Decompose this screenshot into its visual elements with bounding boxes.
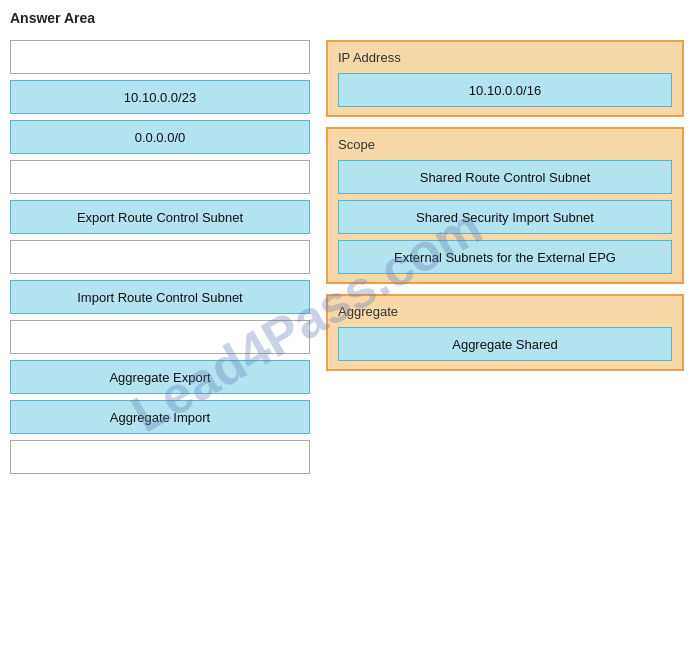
- item-external-subnets[interactable]: External Subnets for the External EPG: [338, 240, 672, 274]
- empty-box-mid: [10, 160, 310, 194]
- item-shared-route[interactable]: Shared Route Control Subnet: [338, 160, 672, 194]
- item-shared-security[interactable]: Shared Security Import Subnet: [338, 200, 672, 234]
- item-agg-export[interactable]: Aggregate Export: [10, 360, 310, 394]
- item-export-route[interactable]: Export Route Control Subnet: [10, 200, 310, 234]
- item-agg-shared[interactable]: Aggregate Shared: [338, 327, 672, 361]
- item-agg-import[interactable]: Aggregate Import: [10, 400, 310, 434]
- aggregate-label: Aggregate: [338, 304, 672, 319]
- ip-address-label: IP Address: [338, 50, 672, 65]
- answer-area: 10.10.0.0/23 0.0.0.0/0 Export Route Cont…: [10, 40, 684, 474]
- right-column: IP Address 10.10.0.0/16 Scope Shared Rou…: [326, 40, 684, 371]
- aggregate-group: Aggregate Aggregate Shared: [326, 294, 684, 371]
- scope-group: Scope Shared Route Control Subnet Shared…: [326, 127, 684, 284]
- left-column: 10.10.0.0/23 0.0.0.0/0 Export Route Cont…: [10, 40, 310, 474]
- item-ip-0[interactable]: 0.0.0.0/0: [10, 120, 310, 154]
- item-ip-23[interactable]: 10.10.0.0/23: [10, 80, 310, 114]
- empty-box-top: [10, 40, 310, 74]
- item-ip-16[interactable]: 10.10.0.0/16: [338, 73, 672, 107]
- ip-address-group: IP Address 10.10.0.0/16: [326, 40, 684, 117]
- page-title: Answer Area: [10, 10, 684, 26]
- empty-box-mid2: [10, 240, 310, 274]
- scope-label: Scope: [338, 137, 672, 152]
- item-import-route[interactable]: Import Route Control Subnet: [10, 280, 310, 314]
- empty-box-bot: [10, 440, 310, 474]
- empty-box-mid3: [10, 320, 310, 354]
